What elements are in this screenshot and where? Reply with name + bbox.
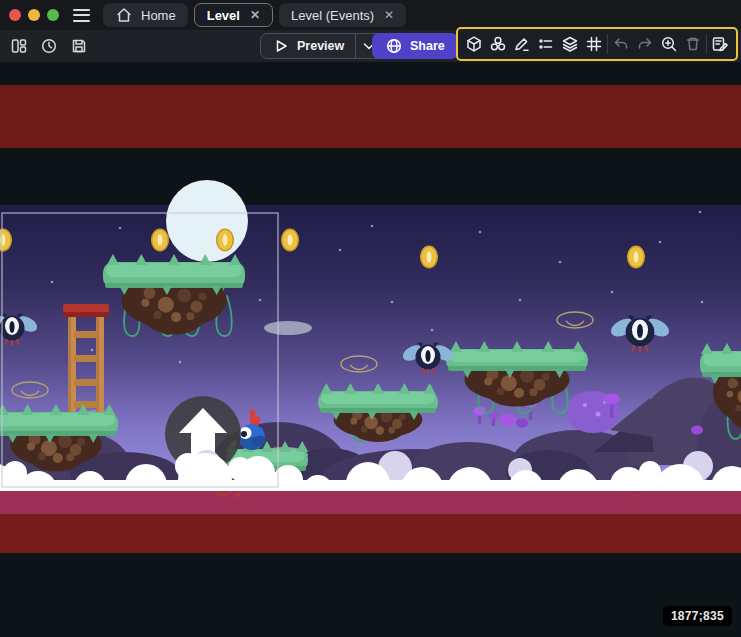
trash-icon — [682, 32, 704, 56]
coordinates-badge: 1877;835 — [663, 606, 732, 626]
share-label: Share — [410, 39, 445, 53]
toolbar-left-icons — [10, 37, 88, 55]
close-button[interactable] — [9, 9, 21, 21]
lava-band-bottom — [0, 514, 741, 553]
tab-label: Level — [207, 8, 240, 23]
globe-icon — [385, 37, 403, 55]
traffic-lights — [0, 9, 59, 21]
grid-icon[interactable] — [583, 32, 605, 56]
history-icon[interactable] — [40, 37, 58, 55]
panels-icon[interactable] — [10, 37, 28, 55]
tab-label: Home — [141, 8, 176, 23]
tab-home[interactable]: Home — [103, 3, 188, 27]
tab-label: Level (Events) — [291, 8, 374, 23]
tab-bar: HomeLevel✕Level (Events)✕ — [103, 0, 406, 30]
share-button[interactable]: Share — [372, 33, 458, 59]
3d-box-icon[interactable] — [463, 32, 485, 56]
instances-list-icon[interactable] — [535, 32, 557, 56]
coin[interactable] — [421, 246, 438, 268]
editor-tools-group — [456, 27, 738, 61]
coin[interactable] — [152, 229, 169, 251]
minimize-button[interactable] — [28, 9, 40, 21]
save-icon[interactable] — [70, 37, 88, 55]
canvas-bottom — [0, 553, 741, 637]
undo-icon — [610, 32, 632, 56]
toolbar-divider — [706, 34, 707, 54]
edit-pencil-icon[interactable] — [511, 32, 533, 56]
level-canvas[interactable] — [0, 0, 741, 637]
close-icon[interactable]: ✕ — [250, 9, 260, 21]
coin[interactable] — [282, 229, 299, 251]
zoom-in-icon[interactable] — [658, 32, 680, 56]
menu-icon[interactable] — [73, 9, 90, 22]
home-icon — [115, 6, 133, 24]
close-icon[interactable]: ✕ — [384, 9, 394, 21]
coin[interactable] — [628, 246, 645, 268]
tab-level-events-[interactable]: Level (Events)✕ — [279, 3, 406, 27]
moon[interactable] — [166, 180, 248, 262]
preview-button[interactable]: Preview — [260, 33, 383, 59]
preview-label: Preview — [297, 39, 344, 53]
titlebar: HomeLevel✕Level (Events)✕ — [0, 0, 741, 30]
redo-icon — [634, 32, 656, 56]
play-icon — [272, 37, 290, 55]
tab-level[interactable]: Level✕ — [194, 3, 273, 27]
zoom-button[interactable] — [47, 9, 59, 21]
lava-band-top — [0, 85, 741, 148]
layers-icon[interactable] — [559, 32, 581, 56]
coin[interactable] — [217, 229, 234, 251]
band-pink — [0, 491, 741, 514]
toolbar-divider — [607, 34, 608, 54]
edit-notes-icon[interactable] — [709, 32, 731, 56]
object-groups-icon[interactable] — [487, 32, 509, 56]
